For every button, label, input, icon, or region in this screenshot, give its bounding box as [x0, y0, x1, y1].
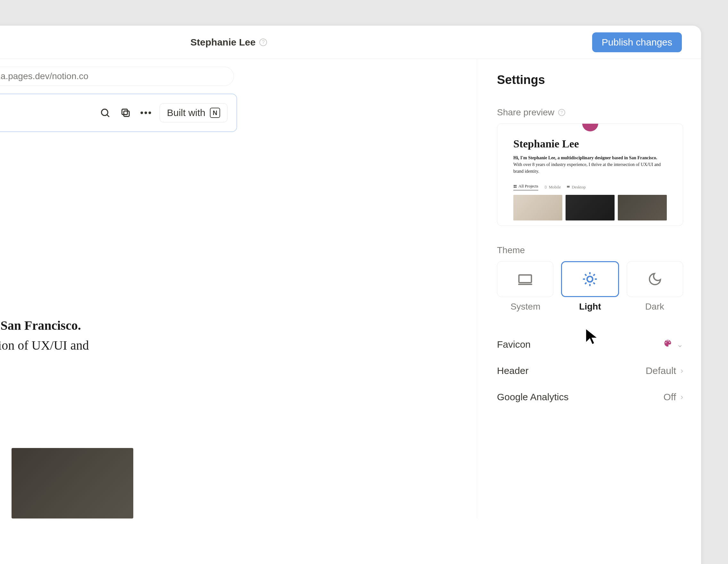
top-bar: Stephanie Lee ? Publish changes — [0, 26, 701, 59]
share-tab-desktop: Desktop — [567, 184, 585, 190]
share-avatar-icon — [582, 123, 598, 131]
header-row[interactable]: Header Default › — [497, 358, 683, 384]
page-title-group: Stephanie Lee ? — [190, 37, 267, 48]
more-icon[interactable]: ••• — [139, 106, 153, 120]
app-window: Stephanie Lee ? Publish changes time-lem… — [0, 26, 701, 564]
svg-rect-11 — [545, 186, 546, 188]
svg-line-1 — [107, 115, 109, 117]
svg-rect-2 — [124, 111, 129, 116]
built-with-label: Built with — [167, 107, 205, 118]
share-title: Stephanie Lee — [513, 138, 667, 150]
main-columns: time-lemonade-61a.pages.dev/notion.co ••… — [0, 59, 701, 518]
theme-selector — [497, 261, 683, 297]
content-tabs: bile Desktop — [0, 417, 459, 429]
google-analytics-row[interactable]: Google Analytics Off › — [497, 384, 683, 410]
svg-line-22 — [585, 283, 587, 284]
chevron-down-icon: ⌄ — [677, 340, 683, 349]
page-content: anie Lee anie Lee, a multidisciplinary d… — [0, 267, 459, 518]
svg-rect-8 — [515, 185, 516, 186]
favicon-label: Favicon — [497, 339, 531, 350]
share-thumb-1 — [513, 195, 562, 220]
svg-point-0 — [102, 109, 108, 116]
intro-line2: ars of industry experience, I thrive at … — [0, 338, 89, 353]
theme-option-dark[interactable] — [627, 261, 683, 297]
copy-icon[interactable] — [119, 106, 133, 120]
share-thumb-3 — [618, 195, 667, 220]
notion-logo-icon: N — [210, 108, 220, 118]
svg-line-20 — [585, 274, 587, 276]
share-body: Hi, I'm Stephanie Lee, a multidisciplina… — [513, 154, 667, 175]
content-intro: anie Lee, a multidisciplinary designer b… — [0, 316, 459, 375]
svg-rect-3 — [122, 109, 128, 115]
preview-header-frame: ••• Built with N — [0, 94, 237, 132]
theme-label-system: System — [497, 302, 554, 312]
header-value: Default — [646, 365, 676, 376]
chevron-right-icon: › — [681, 366, 683, 375]
svg-line-21 — [593, 283, 595, 284]
intro-bold: anie Lee, a multidisciplinary designer b… — [0, 318, 81, 333]
share-thumbs — [513, 195, 667, 220]
theme-label-dark: Dark — [626, 302, 683, 312]
chevron-right-icon: › — [681, 393, 683, 402]
site-url-pill[interactable]: time-lemonade-61a.pages.dev/notion.co — [0, 67, 234, 86]
share-tabs: All Projects Mobile Desktop — [513, 184, 667, 190]
publish-changes-button[interactable]: Publish changes — [592, 32, 682, 52]
share-thumb-2 — [566, 195, 615, 220]
theme-label-light: Light — [562, 302, 619, 312]
svg-rect-13 — [519, 275, 532, 283]
theme-label: Theme — [497, 245, 683, 255]
share-preview-card[interactable]: Stephanie Lee Hi, I'm Stephanie Lee, a m… — [497, 123, 683, 226]
share-preview-label: Share preview ? — [497, 107, 683, 118]
share-tab-mobile: Mobile — [544, 184, 561, 190]
settings-heading: Settings — [497, 73, 683, 87]
site-url-text: time-lemonade-61a.pages.dev/notion.co — [0, 71, 88, 81]
search-icon[interactable] — [98, 106, 112, 120]
content-heading: anie Lee — [0, 267, 459, 300]
svg-rect-9 — [514, 187, 515, 187]
share-tab-all: All Projects — [513, 184, 538, 190]
ga-value: Off — [664, 392, 676, 402]
svg-rect-12 — [567, 186, 570, 188]
preview-column: time-lemonade-61a.pages.dev/notion.co ••… — [0, 59, 477, 518]
page-title: Stephanie Lee — [190, 37, 255, 48]
help-icon[interactable]: ? — [558, 109, 565, 116]
svg-line-23 — [593, 274, 595, 276]
palette-icon — [663, 339, 672, 350]
svg-point-15 — [587, 276, 593, 282]
svg-rect-7 — [514, 185, 515, 186]
theme-option-light[interactable] — [561, 261, 619, 297]
theme-labels: System Light Dark — [497, 302, 683, 312]
built-with-badge[interactable]: Built with N — [160, 103, 227, 122]
ga-label: Google Analytics — [497, 392, 568, 402]
project-gallery — [0, 448, 459, 518]
theme-option-system[interactable] — [497, 261, 553, 297]
header-label: Header — [497, 365, 528, 376]
help-icon[interactable]: ? — [260, 38, 267, 46]
settings-panel: Settings Share preview ? Stephanie Lee H… — [477, 59, 701, 518]
project-card-3[interactable] — [12, 448, 133, 518]
svg-rect-10 — [515, 187, 516, 187]
favicon-row[interactable]: Favicon ⌄ — [497, 331, 683, 358]
